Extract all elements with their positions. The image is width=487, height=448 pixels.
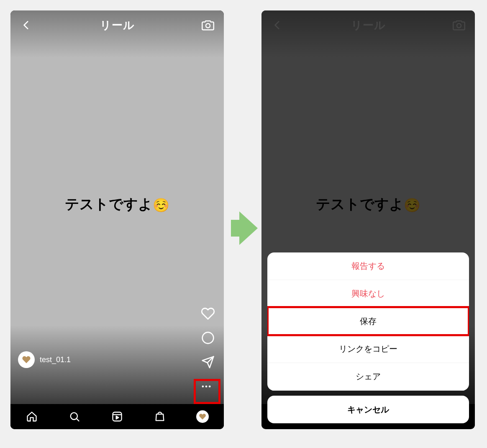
- action-report[interactable]: 報告する: [267, 252, 469, 280]
- reel-author-row[interactable]: test_01.1: [18, 351, 71, 368]
- svg-point-1: [202, 332, 214, 344]
- caption-emoji: ☺️: [404, 198, 420, 213]
- caption-text: テストですよ: [65, 196, 153, 212]
- svg-point-7: [457, 23, 461, 28]
- back-chevron-icon: [269, 17, 286, 33]
- shop-icon[interactable]: [151, 408, 168, 425]
- action-sheet: 報告する 興味なし 保存 リンクをコピー シェア キャンセル: [267, 252, 469, 423]
- action-save[interactable]: 保存: [267, 308, 469, 335]
- reel-header: リール: [10, 10, 224, 40]
- action-share[interactable]: シェア: [267, 363, 469, 391]
- username: test_01.1: [40, 355, 71, 364]
- avatar[interactable]: [18, 351, 35, 368]
- camera-icon: [451, 17, 467, 33]
- home-icon[interactable]: [23, 408, 40, 425]
- action-not-interested[interactable]: 興味なし: [267, 280, 469, 308]
- caption-text: テストですよ: [316, 196, 404, 212]
- camera-icon[interactable]: [200, 17, 216, 33]
- reel-header: リール: [261, 10, 475, 40]
- action-sheet-screen: リール テストですよ☺️ 報告する 興味なし 保存 リンクをコピー シェア キャ…: [261, 10, 475, 429]
- svg-point-2: [202, 386, 204, 388]
- svg-point-4: [209, 386, 211, 388]
- page-title: リール: [10, 18, 224, 33]
- svg-point-3: [205, 386, 208, 388]
- profile-avatar[interactable]: [194, 408, 211, 425]
- reel-caption: テストですよ☺️: [261, 195, 475, 214]
- caption-emoji: ☺️: [153, 198, 169, 213]
- heart-icon[interactable]: [200, 305, 216, 322]
- reels-icon[interactable]: [109, 408, 126, 425]
- search-icon[interactable]: [66, 408, 83, 425]
- action-sheet-group: 報告する 興味なし 保存 リンクをコピー シェア: [267, 252, 469, 391]
- reel-video-area[interactable]: リール テストですよ☺️ test_01.1: [10, 10, 224, 404]
- back-chevron-icon[interactable]: [18, 17, 35, 33]
- reel-action-rail: [200, 305, 216, 371]
- reel-caption: テストですよ☺️: [10, 195, 224, 214]
- svg-point-0: [206, 23, 210, 28]
- reels-screen: リール テストですよ☺️ test_01.1: [10, 10, 224, 429]
- action-cancel[interactable]: キャンセル: [267, 396, 469, 423]
- send-icon[interactable]: [200, 354, 216, 371]
- more-icon[interactable]: [196, 376, 216, 397]
- action-copy-link[interactable]: リンクをコピー: [267, 335, 469, 363]
- comment-icon[interactable]: [200, 330, 216, 346]
- page-title: リール: [261, 18, 475, 33]
- bottom-tab-bar: [10, 404, 224, 429]
